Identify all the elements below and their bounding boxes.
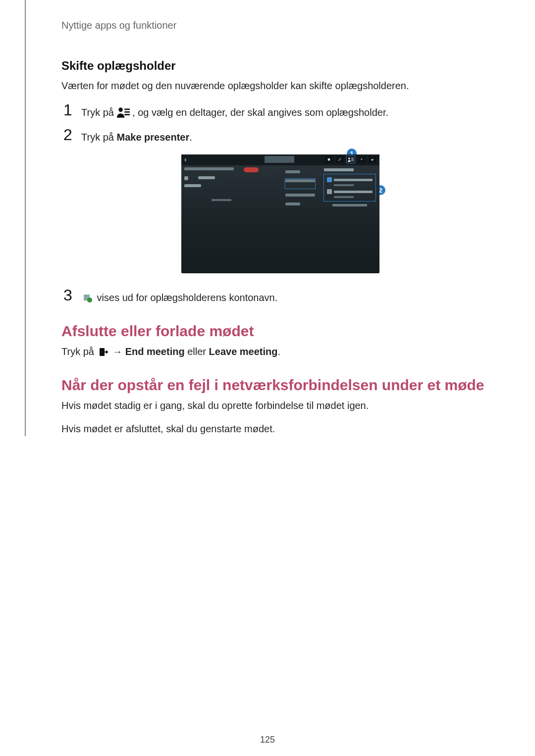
left-panel [184,167,259,201]
heading-fejl: Når der opstår en fejl i netværksforbind… [61,377,499,394]
page-number: 125 [0,735,535,745]
step1-text-a: Tryk på [81,107,117,118]
step-2: 2 Tryk på Make presenter. [61,127,499,145]
participants-panel-icon [347,156,355,163]
svg-rect-3 [124,114,130,115]
fejl-p1: Hvis mødet stadig er i gang, skal du opr… [61,399,499,413]
step2-text-c: . [189,132,192,143]
steps-list: 1 Tryk på , og vælg en deltager, der ska… [61,102,499,145]
svg-point-4 [348,157,350,159]
exit-icon: ▸ [369,156,376,163]
step-number: 3 [61,287,74,303]
s2-text-e: . [278,346,281,357]
svg-rect-2 [124,111,130,113]
step2-text-a: Tryk på [81,132,117,143]
end-meeting-label: End meeting [125,346,185,357]
step-3: 3 vises ud for oplægsholderens kontonavn… [61,287,499,305]
step3-text: vises ud for oplægsholderens kontonavn. [97,292,278,303]
svg-point-9 [87,298,92,302]
leave-meeting-label: Leave meeting [209,346,278,357]
step-number: 2 [61,127,74,143]
heading-afslutte: Afslutte eller forlade mødet [61,323,499,340]
svg-rect-6 [351,159,354,159]
step-1: 1 Tryk på , og vælg en deltager, der ska… [61,102,499,120]
svg-point-0 [118,107,123,112]
arrow-icon: → [112,346,122,357]
device-screenshot: 1 2 3 ‹ ■ ⤢ + ▸ [181,154,379,273]
intro-text: Værten for mødet og den nuværende oplægs… [61,79,499,93]
participants-icon [117,107,130,118]
steps-list-continued: 3 vises ud for oplægsholderens kontonavn… [61,287,499,305]
middle-menu [285,170,315,211]
top-tab [265,156,294,163]
right-panel [324,168,375,206]
svg-rect-5 [351,158,354,158]
svg-rect-1 [124,108,130,110]
afslutte-text: Tryk på → End meeting eller Leave meetin… [61,345,499,359]
subheading-skifte: Skifte oplægsholder [61,59,499,73]
fejl-p2: Hvis mødet er afsluttet, skal du genstar… [61,422,499,436]
step2-text-bold: Make presenter [117,132,190,143]
step-number: 1 [61,102,74,118]
add-user-icon: + [358,156,366,163]
video-icon: ■ [325,156,333,163]
breadcrumb: Nyttige apps og funktioner [61,20,499,31]
expand-icon: ⤢ [336,156,344,163]
svg-rect-7 [351,160,354,161]
exit-meeting-icon [97,347,110,357]
svg-rect-10 [100,348,105,356]
step1-text-b: , og vælg en deltager, der skal angives … [132,107,388,118]
s2-text-c: eller [185,346,209,357]
s2-text-a: Tryk på [61,346,97,357]
presenter-badge-icon [81,293,94,303]
back-icon: ‹ [184,155,187,163]
